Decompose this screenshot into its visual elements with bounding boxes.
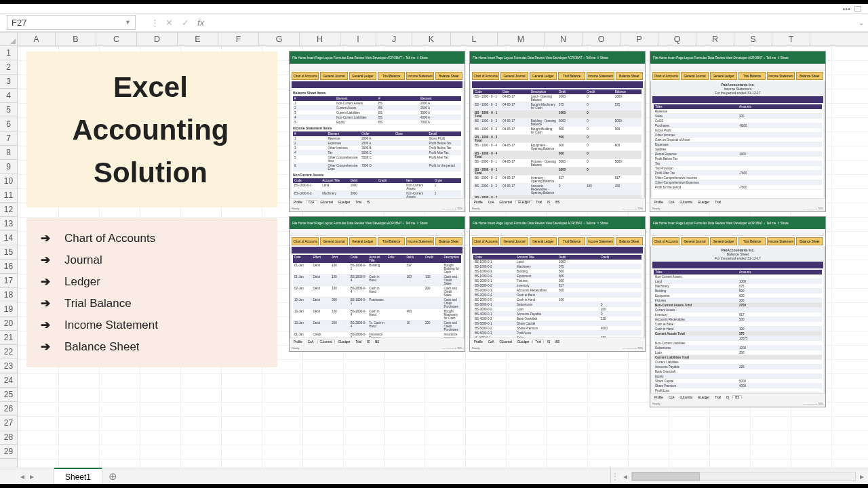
row-header-13[interactable]: 13 [0, 217, 17, 231]
title-card: Excel Accounting Solution [26, 52, 277, 207]
row-header-1[interactable]: 1 [0, 46, 17, 60]
col-header-K[interactable]: K [412, 33, 451, 45]
row-header-24[interactable]: 24 [0, 373, 17, 388]
row-header-23[interactable]: 23 [0, 359, 17, 373]
row-header-2[interactable]: 2 [0, 60, 17, 75]
sheet-tab-bar: ◂▸ Sheet1 ⊕ ⋮ ◂ ▸ [0, 468, 868, 484]
fx-icon[interactable]: fx [193, 18, 207, 28]
col-header-C[interactable]: C [96, 33, 137, 45]
col-header-F[interactable]: F [218, 33, 259, 45]
add-sheet-button[interactable]: ⊕ [102, 468, 123, 484]
col-header-J[interactable]: J [376, 33, 412, 45]
row-header-10[interactable]: 10 [0, 174, 17, 188]
window-title-bar: ••• [0, 4, 868, 13]
col-header-N[interactable]: N [545, 33, 583, 45]
row-header-6[interactable]: 6 [0, 117, 17, 131]
col-header-Q[interactable]: Q [658, 33, 696, 45]
arrow-icon: ➔ [39, 249, 52, 271]
thumb-journal: File Home Insert Page Layout Formulas Da… [289, 216, 465, 352]
ribbon-more-icon[interactable]: ••• [842, 5, 850, 13]
formula-bar: F27▼ ⋮ ✕ ✓ fx ⌄ [0, 13, 868, 32]
chevron-down-icon[interactable]: ▼ [125, 19, 131, 26]
row-header-21[interactable]: 21 [0, 331, 17, 345]
thumb-trial: File Home Insert Page Layout Formulas Da… [469, 216, 646, 352]
ribbon-collapse-icon[interactable] [854, 6, 861, 12]
col-header-I[interactable]: I [340, 33, 376, 45]
name-box[interactable]: F27▼ [7, 15, 136, 30]
col-header-E[interactable]: E [178, 33, 218, 45]
col-header-O[interactable]: O [583, 33, 620, 45]
horizontal-scrollbar[interactable]: ⋮ ◂ ▸ [610, 468, 868, 484]
row-header-19[interactable]: 19 [0, 302, 17, 317]
arrow-icon: ➔ [39, 336, 52, 358]
col-header-H[interactable]: H [300, 33, 340, 45]
thumb-balance: File Home Insert Page Layout Formulas Da… [650, 216, 826, 407]
enter-formula-icon[interactable]: ✓ [177, 18, 193, 28]
arrow-icon: ➔ [39, 271, 52, 293]
col-header-G[interactable]: G [259, 33, 300, 45]
row-header-12[interactable]: 12 [0, 203, 17, 217]
sheet-nav[interactable]: ◂▸ [0, 468, 54, 484]
thumb-coa: File Home Insert Page Layout Formulas Da… [289, 51, 465, 212]
feature-list: ➔Chart of Accounts➔Journal➔Ledger➔Trial … [26, 218, 277, 367]
col-header-S[interactable]: S [734, 33, 772, 45]
row-header-9[interactable]: 9 [0, 160, 17, 174]
cancel-formula-icon[interactable]: ✕ [161, 18, 177, 28]
formula-input[interactable] [207, 15, 854, 30]
arrow-icon: ➔ [39, 228, 52, 249]
row-header-29[interactable]: 29 [0, 445, 17, 459]
col-header-A[interactable]: A [18, 33, 56, 45]
row-headers[interactable]: 1234567891011121314151617181920212223242… [0, 46, 18, 468]
col-header-P[interactable]: P [620, 33, 658, 45]
col-header-D[interactable]: D [137, 33, 178, 45]
row-header-4[interactable]: 4 [0, 89, 17, 103]
worksheet-canvas[interactable]: Excel Accounting Solution ➔Chart of Acco… [18, 46, 868, 468]
thumb-ledger: File Home Insert Page Layout Formulas Da… [469, 51, 646, 212]
row-header-7[interactable]: 7 [0, 131, 17, 146]
row-header-11[interactable]: 11 [0, 188, 17, 203]
col-header-M[interactable]: M [498, 33, 545, 45]
expand-formula-bar-icon[interactable]: ⌄ [854, 19, 868, 26]
row-header-26[interactable]: 26 [0, 402, 17, 416]
row-header-14[interactable]: 14 [0, 231, 17, 245]
row-header-17[interactable]: 17 [0, 274, 17, 288]
row-header-20[interactable]: 20 [0, 317, 17, 331]
select-all-button[interactable] [0, 33, 18, 45]
col-header-T[interactable]: T [772, 33, 810, 45]
col-header-L[interactable]: L [451, 33, 498, 45]
row-header-18[interactable]: 18 [0, 288, 17, 302]
arrow-icon: ➔ [39, 314, 52, 336]
row-header-28[interactable]: 28 [0, 430, 17, 445]
row-header-15[interactable]: 15 [0, 245, 17, 260]
row-header-3[interactable]: 3 [0, 75, 17, 89]
row-header-22[interactable]: 22 [0, 345, 17, 359]
col-header-R[interactable]: R [696, 33, 734, 45]
arrow-icon: ➔ [39, 293, 52, 314]
row-header-25[interactable]: 25 [0, 388, 17, 402]
col-header-B[interactable]: B [56, 33, 96, 45]
column-headers[interactable]: ABCDEFGHIJKLMNOPQRST [0, 33, 868, 46]
formula-bar-grip: ⋮ [148, 18, 161, 28]
row-header-5[interactable]: 5 [0, 103, 17, 117]
row-header-16[interactable]: 16 [0, 260, 17, 274]
thumb-income: File Home Insert Page Layout Formulas Da… [650, 51, 826, 212]
row-header-8[interactable]: 8 [0, 146, 17, 160]
sheet-tab-active[interactable]: Sheet1 [54, 468, 102, 484]
row-header-27[interactable]: 27 [0, 416, 17, 430]
